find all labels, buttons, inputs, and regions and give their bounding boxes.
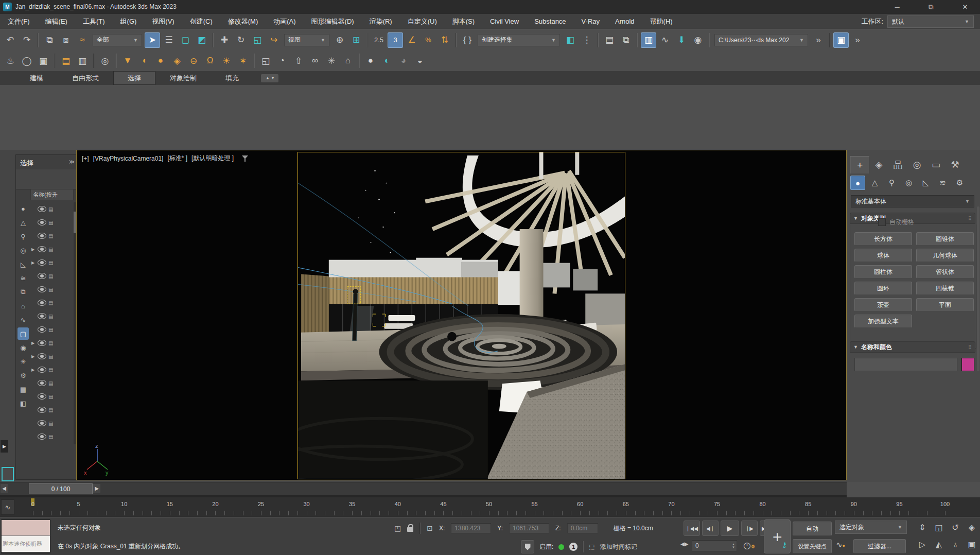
autogrid-checkbox[interactable] [878,218,886,226]
tab-display[interactable]: ▭ [926,156,946,174]
roll-camera-icon[interactable]: ◭ [931,536,947,553]
key-filters-icon[interactable]: ∿● [836,540,845,549]
explorer-row-1[interactable]: ▤ [30,216,74,229]
key-selection-dropdown[interactable]: 选定对象 ▼ [835,521,907,534]
filter-geometry-icon[interactable]: ● [18,202,29,215]
project-folder-dropdown[interactable]: C:\Users\23⋯ds Max 202▼ [714,34,808,46]
menu-item-0[interactable]: 文件(F) [0,14,38,29]
named-selection-sets-dropdown[interactable]: 创建选择集▼ [478,34,560,46]
expand-panel-button[interactable]: ▶ [1,440,8,453]
primitive-button-5-0[interactable]: 加强型文本 [854,315,912,328]
mini-curve-editor-button[interactable]: ∿ [1,499,14,515]
frame-buffer-window-icon[interactable]: ▣ [36,53,51,68]
selected-swatch[interactable] [2,467,14,481]
vray-sphere-light-icon[interactable]: ● [153,53,168,68]
vray-proxy-icon[interactable]: ◱ [258,53,273,68]
subtab-cameras[interactable]: ◎ [901,176,916,190]
filters-button[interactable]: 过滤器... [853,539,906,553]
unlink-selection-button[interactable]: ⧈ [58,32,74,48]
explorer-row-13[interactable]: ▤ [30,376,74,390]
explorer-row-5[interactable]: ▤ [30,269,74,283]
name-column-header[interactable]: 名称(按升 [30,189,74,200]
explorer-row-9[interactable]: ▤ [30,323,74,336]
toolbar-overflow-button[interactable]: » [811,32,826,48]
visibility-eye-icon[interactable] [38,353,46,359]
primitive-button-2-1[interactable]: 管状体 [916,265,974,279]
vray-displacement-icon[interactable]: ⇧ [291,53,306,68]
go-to-start-button[interactable]: ❘◀◀ [684,521,700,536]
light-lister-icon[interactable]: ▤ [58,53,74,68]
auto-key-button[interactable]: 自动 [793,522,832,536]
toggle-layer-explorer-button[interactable]: ⧉ [618,32,634,48]
angle-snap-toggle-button[interactable]: ∠ [404,32,419,48]
visibility-eye-icon[interactable] [38,246,46,252]
menu-item-8[interactable]: 图形编辑器(D) [304,14,362,29]
tab-hierarchy[interactable]: 品 [888,156,907,174]
visibility-eye-icon[interactable] [38,420,46,426]
subtab-spacewarps[interactable]: ≋ [935,176,950,190]
use-pivot-point-center-button[interactable]: ⊕ [332,32,347,48]
subtab-shapes[interactable]: △ [867,176,882,190]
filter-containers-icon[interactable]: ▢ [18,327,29,340]
spinner-arrows-icon[interactable]: ▲▼ [732,543,737,549]
tab-modify[interactable]: ◈ [869,156,888,174]
ribbon-tab-0[interactable]: 建模 [15,71,58,85]
select-and-manipulate-button[interactable]: ⊞ [348,32,364,48]
primitive-button-1-0[interactable]: 球体 [854,249,912,262]
explorer-row-12[interactable]: ▶▤ [30,363,74,376]
primitive-button-2-0[interactable]: 圆柱体 [854,265,912,279]
sphere-dark-icon[interactable]: ◕ [396,53,411,68]
current-frame-field[interactable]: 0 ▲▼ [692,540,737,551]
edit-named-selection-sets-button[interactable]: { } [460,32,475,48]
primitive-button-1-1[interactable]: 几何球体 [916,249,974,262]
dolly-camera-icon[interactable]: ⇕ [914,519,931,536]
menu-item-14[interactable]: V-Ray [574,14,607,29]
visibility-eye-icon[interactable] [38,393,46,400]
previous-frame-arrow[interactable]: ◀ [1,484,8,493]
ribbon-tab-1[interactable]: 自由形式 [58,71,113,85]
subtab-systems[interactable]: ⚙ [952,176,967,190]
expander-icon[interactable]: ▶ [31,247,36,252]
toolbar-overflow-2-button[interactable]: » [850,32,865,48]
tab-utilities[interactable]: ⚒ [946,156,965,174]
selection-filter-dropdown[interactable]: 全部▼ [93,34,142,46]
expander-icon[interactable]: ▶ [31,341,36,345]
fov-gem-icon[interactable]: ◈ [964,519,980,536]
visibility-eye-icon[interactable] [38,233,46,239]
explorer-row-15[interactable]: ▤ [30,403,74,417]
mirror-button[interactable]: ◧ [563,32,578,48]
subtab-helpers[interactable]: ◺ [918,176,933,190]
visibility-eye-icon[interactable] [38,259,46,266]
primitive-button-3-1[interactable]: 四棱锥 [916,282,974,295]
menu-item-1[interactable]: 编辑(E) [38,14,75,29]
maximize-button[interactable]: ⧉ [919,0,943,14]
select-and-link-button[interactable]: ⧉ [42,32,57,48]
absolute-mode-icon[interactable]: ⊡ [427,524,433,532]
select-and-place-button[interactable]: ↪ [266,32,282,48]
next-frame-button[interactable]: ❘▶ [741,521,758,536]
status-badge[interactable]: 1 [569,543,577,551]
set-keys-button[interactable]: ＋⚷ [764,519,791,553]
field-of-view-icon[interactable]: ▷ [914,536,931,553]
explorer-row-16[interactable]: ▤ [30,417,74,430]
orbit-camera-icon[interactable]: ♁ [947,536,964,553]
camera-lister-icon[interactable]: ▥ [75,53,90,68]
key-step-icon[interactable]: ◀▶ [680,541,688,547]
align-button[interactable]: ⋮ [579,32,594,48]
maxscript-mini-listener[interactable]: 脚本迷你侦听器 [1,519,50,553]
primitive-button-3-0[interactable]: 圆环 [854,282,912,295]
visibility-eye-icon[interactable] [38,326,46,333]
vray-mesh-light-icon[interactable]: ◈ [169,53,185,68]
x-coordinate-field[interactable]: 1380.423 [451,523,491,533]
play-button[interactable]: ▶ [721,521,739,536]
select-and-rotate-button[interactable]: ↻ [233,32,249,48]
macro-recorder-pane[interactable] [2,520,50,536]
visibility-eye-icon[interactable] [38,300,46,306]
category-dropdown[interactable]: 标准基本体 ▼ [851,195,974,207]
vray-scene-icon[interactable]: ⌂ [340,53,356,68]
visibility-eye-icon[interactable] [38,286,46,292]
visibility-eye-icon[interactable] [38,206,46,212]
bind-to-space-warp-button[interactable]: ≈ [75,32,90,48]
filter-groups-icon[interactable]: ⧉ [18,286,29,298]
explorer-row-17[interactable]: ▤ [30,430,74,443]
